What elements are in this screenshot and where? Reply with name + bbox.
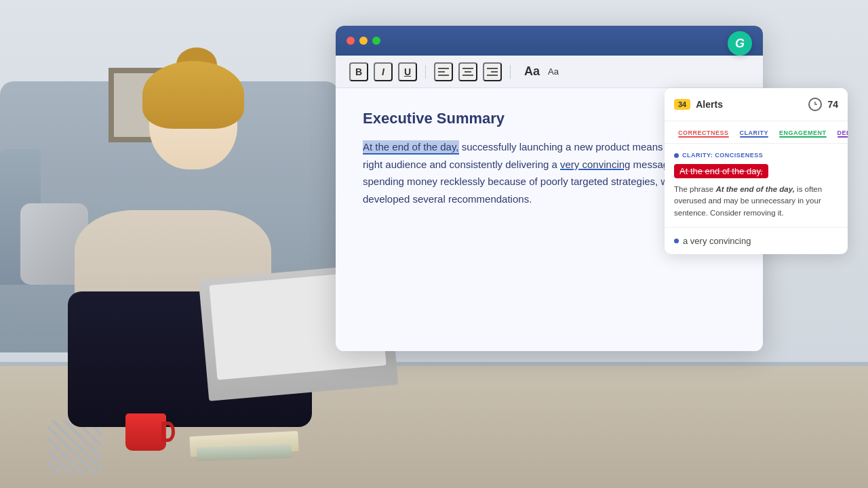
pillow-pattern [47,420,102,474]
alerts-title: Alerts [696,99,723,110]
svg-rect-6 [438,71,445,73]
grammarly-logo: G [735,37,745,51]
svg-rect-9 [465,71,471,73]
maximize-dot[interactable] [372,37,380,45]
svg-rect-8 [462,68,473,69]
align-right-button[interactable] [483,62,502,81]
svg-rect-7 [438,75,449,76]
suggestion-text: a very convincing [683,236,751,246]
bold-button[interactable]: B [349,62,368,81]
person-hair [142,61,244,129]
score-number: 74 [827,99,838,110]
close-dot[interactable] [347,37,355,45]
minimize-dot[interactable] [359,37,368,45]
svg-rect-10 [462,75,473,76]
mug-handle [161,422,175,442]
coffee-mug [125,413,166,451]
svg-rect-13 [487,75,498,76]
alerts-badge: 34 [674,99,690,110]
font-size-small: Aa [548,66,559,77]
italic-button[interactable]: I [374,62,393,81]
align-left-button[interactable] [434,62,453,81]
tab-correctness[interactable]: CORRECTNESS [674,127,733,140]
underline-button[interactable]: U [398,62,417,81]
clarity-indicator-dot [674,153,679,158]
clarity-card: CLARITY: CONCISENESS At the end of the d… [665,144,848,228]
editor-titlebar: G [336,26,763,56]
svg-rect-12 [491,71,498,73]
tab-clarity[interactable]: CLARITY [736,127,773,140]
alerts-score-area: 74 [807,96,838,113]
font-size-large: Aa [524,64,540,79]
suggestion-dot [674,239,679,243]
align-center-button[interactable] [458,62,477,81]
alerts-tabs: CORRECTNESS CLARITY ENGAGEMENT DELIVERY [665,121,848,144]
editor-toolbar: B I U Aa Aa [336,56,763,88]
clarity-card-label: CLARITY: CONCISENESS [674,152,838,159]
svg-rect-11 [487,68,498,69]
underlined-phrase: very convincing [560,159,630,170]
alerts-panel: 34 Alerts 74 CORRECTNESS CLARITY ENGAGEM… [665,88,848,254]
svg-rect-5 [438,68,449,69]
alerts-header: 34 Alerts 74 [665,88,848,121]
clarity-description: The phrase At the end of the day, is oft… [674,184,838,219]
suggestion-card[interactable]: a very convincing [665,228,848,254]
suggestion-label: a very convincing [674,236,838,246]
clarity-emphasis: At the end of the day, [715,185,795,193]
separator-2 [510,65,511,79]
separator-1 [425,65,426,79]
clarity-highlight-text: At the end of the day, [674,164,768,178]
window-controls [347,37,380,45]
tab-engagement[interactable]: ENGAGEMENT [775,127,831,140]
tab-delivery[interactable]: DELIVERY [833,127,848,140]
highlighted-phrase: At the end of the day, [363,140,459,155]
grammarly-icon[interactable]: G [728,31,752,56]
score-dial-icon [807,96,823,113]
